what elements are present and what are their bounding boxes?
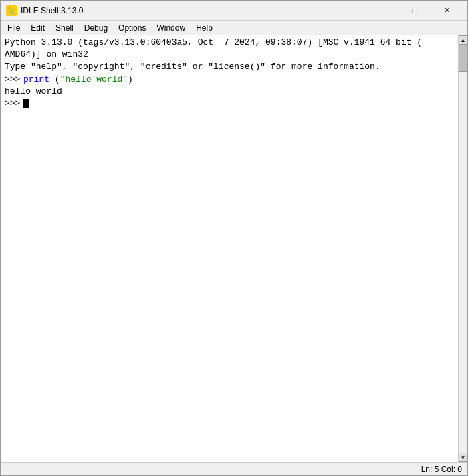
status-text: Ln: 5 Col: 0 — [421, 465, 462, 474]
menu-item-window[interactable]: Window — [151, 21, 191, 35]
shell-line-content: Python 3.13.0 (tags/v3.13.0:60403a5, Oct… — [5, 37, 454, 49]
shell-line: Type "help", "copyright", "credits" or "… — [5, 61, 454, 73]
shell-line-content: hello world — [5, 86, 454, 98]
shell-line: AMD64)] on win32 — [5, 49, 454, 61]
scroll-down-arrow[interactable]: ▼ — [459, 453, 468, 462]
scrollbar-track — [459, 45, 467, 453]
shell-line-content — [23, 98, 454, 110]
menu-bar: FileEditShellDebugOptionsWindowHelp — [1, 21, 467, 35]
shell-line: >>> — [5, 98, 454, 110]
menu-item-options[interactable]: Options — [113, 21, 151, 35]
title-bar-text: IDLE Shell 3.13.0 — [21, 6, 367, 15]
shell-content[interactable]: Python 3.13.0 (tags/v3.13.0:60403a5, Oct… — [1, 35, 458, 462]
shell-line: hello world — [5, 86, 454, 98]
title-bar-controls: ─ □ ✕ — [367, 1, 462, 20]
scrollbar-thumb[interactable] — [459, 45, 467, 72]
minimize-button[interactable]: ─ — [367, 1, 398, 20]
shell-line-content: AMD64)] on win32 — [5, 49, 454, 61]
scroll-up-arrow[interactable]: ▲ — [459, 35, 468, 45]
menu-item-debug[interactable]: Debug — [79, 21, 113, 35]
text-cursor — [23, 99, 29, 108]
shell-line: >>> print ("hello world") — [5, 74, 454, 86]
shell-line: Python 3.13.0 (tags/v3.13.0:60403a5, Oct… — [5, 37, 454, 49]
shell-area: Python 3.13.0 (tags/v3.13.0:60403a5, Oct… — [1, 35, 467, 462]
svg-text:🐍: 🐍 — [7, 7, 16, 15]
main-window: 🐍 IDLE Shell 3.13.0 ─ □ ✕ FileEditShellD… — [0, 0, 468, 476]
shell-line-content: Type "help", "copyright", "credits" or "… — [5, 61, 454, 73]
vertical-scrollbar[interactable]: ▲ ▼ — [458, 35, 467, 462]
menu-item-shell[interactable]: Shell — [50, 21, 79, 35]
shell-prompt: >>> — [5, 74, 23, 86]
menu-item-help[interactable]: Help — [191, 21, 218, 35]
shell-line-content: print ("hello world") — [23, 74, 454, 86]
status-bar: Ln: 5 Col: 0 — [1, 462, 467, 475]
title-bar: 🐍 IDLE Shell 3.13.0 ─ □ ✕ — [1, 1, 467, 21]
maximize-button[interactable]: □ — [399, 1, 430, 20]
app-icon: 🐍 — [6, 5, 17, 16]
close-button[interactable]: ✕ — [431, 1, 462, 20]
menu-item-edit[interactable]: Edit — [25, 21, 50, 35]
menu-item-file[interactable]: File — [2, 21, 25, 35]
shell-prompt: >>> — [5, 98, 23, 110]
